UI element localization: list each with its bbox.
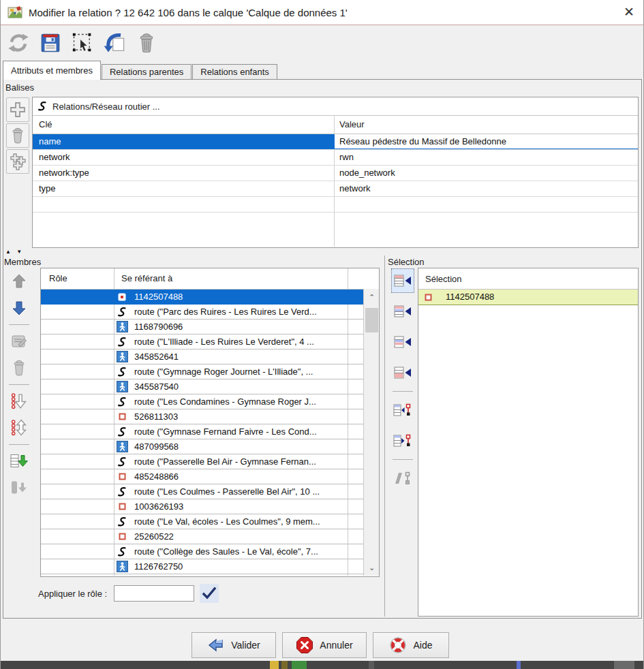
member-row[interactable]: route ("Gymnage Roger Journet - L'Illiad… xyxy=(41,364,363,379)
tab-child-relations[interactable]: Relations enfants xyxy=(192,64,277,80)
tags-column-headers: Clé Valeur xyxy=(33,116,638,134)
refresh-button[interactable] xyxy=(5,29,32,57)
member-row[interactable]: route ("Le Val, écoles - Les Coulmes", 9… xyxy=(41,514,363,529)
move-member-up-button[interactable] xyxy=(7,270,31,293)
route-relation-icon xyxy=(117,456,127,467)
member-row[interactable]: route ("L'Illiade - Les Ruires Le Verder… xyxy=(41,334,363,349)
route-relation-icon xyxy=(117,367,127,377)
save-button[interactable] xyxy=(37,29,64,57)
trash-icon xyxy=(10,127,26,144)
member-row[interactable]: 1168790696 xyxy=(41,320,363,334)
members-table: Rôle Se référant à xyxy=(40,268,380,577)
selection-label: 1142507488 xyxy=(446,292,494,302)
map-fragment xyxy=(369,661,374,669)
apply-changes-button[interactable] xyxy=(101,29,128,57)
tag-value: network xyxy=(339,183,371,193)
sort-members-button[interactable] xyxy=(7,390,31,413)
lifebuoy-icon xyxy=(389,636,407,654)
delete-relation-button[interactable] xyxy=(133,29,160,57)
tag-row[interactable]: type network xyxy=(33,181,638,197)
member-row[interactable]: 487099568 xyxy=(41,439,363,454)
member-label: route ("Les Coulmes - Passerelle Bel Air… xyxy=(134,486,320,497)
node-icon xyxy=(119,533,126,540)
node-selected-icon xyxy=(118,293,126,301)
member-row[interactable]: 1003626193 xyxy=(41,499,363,514)
member-row[interactable]: 1126762750 xyxy=(41,559,363,574)
member-type-icon xyxy=(116,351,128,362)
member-row[interactable]: route ("Passerelle Bel Air - Gymnase Fer… xyxy=(41,454,363,469)
member-type-icon xyxy=(116,336,128,347)
members-rows: 1142507488 xyxy=(41,290,379,574)
checkmark-icon xyxy=(202,586,217,601)
tags-side-toolbar xyxy=(6,97,29,174)
member-row[interactable]: route ("Gymnase Fernand Faivre - Les Con… xyxy=(41,424,363,439)
table-green-down-arrow-icon xyxy=(10,452,29,470)
up-arrow-icon xyxy=(10,273,28,290)
tag-row[interactable]: network:type node_network xyxy=(33,166,638,181)
tag-row[interactable]: name Réseau pédestre du Massif de Belled… xyxy=(33,134,638,150)
member-row[interactable]: route ("Parc des Ruires - Les Ruires Le … xyxy=(41,305,363,320)
toolbar-separator xyxy=(9,444,29,445)
select-members-button[interactable] xyxy=(69,29,96,57)
member-label: 487099568 xyxy=(134,441,179,452)
tab-parent-relations[interactable]: Relations parentes xyxy=(102,64,191,80)
select-selection-from-members-button[interactable] xyxy=(391,429,414,453)
validate-button[interactable]: Valider xyxy=(191,632,276,658)
remove-selection-from-members-button[interactable] xyxy=(391,466,414,491)
refresh-icon xyxy=(7,32,29,54)
map-fragment xyxy=(614,661,634,669)
apply-icon xyxy=(103,31,126,55)
gray-bar-down-arrow-icon xyxy=(10,479,29,497)
pedestrian-node-icon xyxy=(117,351,128,362)
dots-down-arrow-icon xyxy=(10,392,28,410)
member-label: 1126762750 xyxy=(134,561,183,572)
tag-row[interactable]: network rwn xyxy=(33,150,638,166)
member-label: 345852641 xyxy=(134,352,179,362)
edit-member-button[interactable] xyxy=(7,330,31,353)
node-icon xyxy=(119,503,126,510)
tag-key: type xyxy=(39,183,56,193)
download-incomplete-members-button[interactable] xyxy=(7,450,31,473)
member-row[interactable]: route ("Les Condamines - Gymnase Roger J… xyxy=(41,394,363,409)
select-members-from-selection-button[interactable] xyxy=(391,398,414,422)
tag-row[interactable] xyxy=(33,197,638,213)
splitter-handle[interactable]: ▲ ▼ xyxy=(5,249,24,255)
add-selection-below-button[interactable] xyxy=(391,330,414,354)
help-button[interactable]: Aide xyxy=(373,632,449,658)
map-fragment xyxy=(270,661,279,669)
tag-value: rwn xyxy=(339,152,354,162)
member-row[interactable]: route ("Les Coulmes - Passerelle Bel Air… xyxy=(41,484,363,499)
add-tag-button[interactable] xyxy=(6,97,29,122)
cancel-button[interactable]: Annuler xyxy=(282,632,367,658)
table-arrow-left-mid-icon xyxy=(393,304,412,319)
apply-role-button[interactable] xyxy=(200,584,219,603)
member-label: route ("Collège des Saules - Le Val, éco… xyxy=(134,546,318,557)
map-background-strip xyxy=(1,661,643,669)
move-member-down-button[interactable] xyxy=(7,296,31,320)
tags-preset-label: Relations/Réseau routier ... xyxy=(52,102,160,112)
role-input[interactable] xyxy=(114,585,194,602)
remove-member-button[interactable] xyxy=(7,356,31,379)
member-row[interactable]: 345587540 xyxy=(41,379,363,394)
paste-tags-button[interactable] xyxy=(6,149,29,174)
delete-tag-button[interactable] xyxy=(6,123,29,148)
table-arrow-left-bottom-icon xyxy=(393,365,412,380)
close-icon[interactable]: ✕ xyxy=(624,3,634,21)
members-ref-header: Se référant à xyxy=(121,273,172,283)
download-selected-incomplete-members-button[interactable] xyxy=(7,476,31,499)
member-row[interactable]: 25260522 xyxy=(41,529,363,544)
member-row[interactable]: 345852641 xyxy=(41,349,363,364)
member-label: route ("L'Illiade - Les Ruires Le Verder… xyxy=(134,337,314,347)
member-label: 1003626193 xyxy=(134,501,183,512)
add-selection-at-end-button[interactable] xyxy=(391,360,414,385)
member-row[interactable]: 526811303 xyxy=(41,409,363,424)
member-row[interactable]: 1142507488 xyxy=(41,290,363,305)
member-type-icon xyxy=(116,396,128,407)
member-row[interactable]: route ("Collège des Saules - Le Val, éco… xyxy=(41,544,363,559)
add-selection-above-button[interactable] xyxy=(391,299,414,324)
add-selection-at-start-button[interactable] xyxy=(391,268,414,293)
member-row[interactable]: 485248866 xyxy=(41,469,363,484)
tab-attributes-members[interactable]: Attributs et membres xyxy=(3,61,101,80)
sort-members-below-button[interactable] xyxy=(7,416,31,439)
selection-row[interactable]: 1142507488 xyxy=(418,290,638,305)
